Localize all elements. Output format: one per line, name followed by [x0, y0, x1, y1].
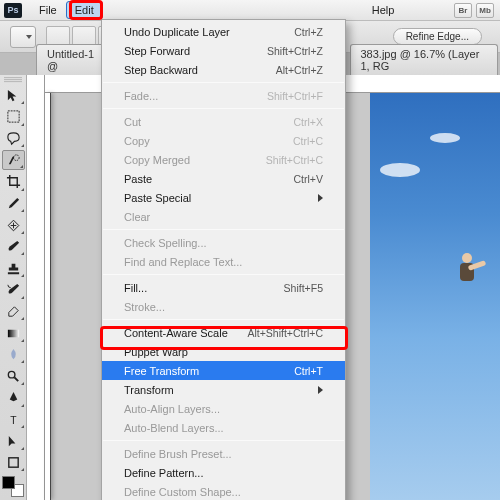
- menu-item-define-brush-preset: Define Brush Preset...: [102, 444, 345, 463]
- menu-item-undo-duplicate-layer[interactable]: Undo Duplicate LayerCtrl+Z: [102, 22, 345, 41]
- menu-item-step-forward[interactable]: Step ForwardShift+Ctrl+Z: [102, 41, 345, 60]
- app-icon: Ps: [4, 3, 22, 18]
- menu-item-free-transform[interactable]: Free TransformCtrl+T: [102, 361, 345, 380]
- svg-point-1: [14, 155, 20, 161]
- menu-item-label: Check Spelling...: [124, 237, 323, 249]
- blur-tool[interactable]: [2, 345, 25, 365]
- brush-tool[interactable]: [2, 237, 25, 257]
- menu-item-shortcut: Shift+Ctrl+C: [266, 154, 323, 166]
- path-select-tool[interactable]: [2, 431, 25, 451]
- toolbox-grip[interactable]: [4, 77, 22, 83]
- lasso-tool[interactable]: [2, 129, 25, 149]
- menu-item-paste[interactable]: PasteCtrl+V: [102, 169, 345, 188]
- menu-item-label: Undo Duplicate Layer: [124, 26, 294, 38]
- menu-item-find-and-replace-text: Find and Replace Text...: [102, 252, 345, 271]
- submenu-arrow-icon: [318, 194, 323, 202]
- eraser-tool[interactable]: [2, 302, 25, 322]
- menu-item-puppet-warp[interactable]: Puppet Warp: [102, 342, 345, 361]
- menu-item-auto-align-layers: Auto-Align Layers...: [102, 399, 345, 418]
- menu-item-fill[interactable]: Fill...Shift+F5: [102, 278, 345, 297]
- menu-item-label: Free Transform: [124, 365, 294, 377]
- menu-item-label: Define Custom Shape...: [124, 486, 323, 498]
- menu-separator: [103, 82, 344, 83]
- menu-item-copy: CopyCtrl+C: [102, 131, 345, 150]
- bridge-chip[interactable]: Br: [454, 3, 472, 18]
- menu-item-label: Paste Special: [124, 192, 312, 204]
- menu-item-shortcut: Shift+Ctrl+Z: [267, 45, 323, 57]
- menu-item-paste-special[interactable]: Paste Special: [102, 188, 345, 207]
- svg-rect-7: [9, 458, 18, 467]
- menu-separator: [103, 319, 344, 320]
- menu-file[interactable]: File: [30, 1, 66, 19]
- menu-item-label: Step Forward: [124, 45, 267, 57]
- menu-item-shortcut: Alt+Shift+Ctrl+C: [247, 327, 323, 339]
- tab-image-383[interactable]: 383.jpg @ 16.7% (Layer 1, RG: [350, 44, 499, 75]
- menu-item-copy-merged: Copy MergedShift+Ctrl+C: [102, 150, 345, 169]
- menu-item-label: Step Backward: [124, 64, 276, 76]
- move-tool[interactable]: [2, 86, 25, 106]
- menubar: Ps File Edit Help Br Mb: [0, 0, 500, 21]
- menu-item-label: Transform: [124, 384, 312, 396]
- menu-item-shortcut: Ctrl+V: [294, 173, 323, 185]
- marquee-tool[interactable]: [2, 107, 25, 127]
- menu-item-shortcut: Shift+F5: [284, 282, 323, 294]
- dodge-tool[interactable]: [2, 366, 25, 386]
- menu-item-fade: Fade...Shift+Ctrl+F: [102, 86, 345, 105]
- toolbox: T: [0, 75, 27, 500]
- tab-label: 383.jpg @ 16.7% (Layer 1, RG: [361, 48, 488, 72]
- menu-help[interactable]: Help: [363, 1, 404, 19]
- menu-item-label: Cut: [124, 116, 294, 128]
- tool-preset-picker[interactable]: [10, 26, 36, 48]
- menu-edit[interactable]: Edit: [66, 1, 103, 19]
- svg-rect-0: [8, 111, 19, 122]
- menu-item-auto-blend-layers: Auto-Blend Layers...: [102, 418, 345, 437]
- eyedropper-tool[interactable]: [2, 194, 25, 214]
- menu-item-stroke: Stroke...: [102, 297, 345, 316]
- menu-item-define-custom-shape: Define Custom Shape...: [102, 482, 345, 500]
- quick-select-tool[interactable]: [2, 150, 25, 170]
- edit-menu-dropdown: Undo Duplicate LayerCtrl+ZStep ForwardSh…: [101, 19, 346, 500]
- tab-label: Untitled-1 @: [47, 48, 99, 72]
- menu-item-label: Auto-Blend Layers...: [124, 422, 323, 434]
- minibridge-chip[interactable]: Mb: [476, 3, 494, 18]
- menu-item-label: Fill...: [124, 282, 284, 294]
- history-brush-tool[interactable]: [2, 280, 25, 300]
- svg-line-5: [14, 377, 18, 381]
- svg-rect-3: [8, 329, 19, 337]
- pen-tool[interactable]: [2, 388, 25, 408]
- image-preview[interactable]: [370, 93, 500, 500]
- menu-item-step-backward[interactable]: Step BackwardAlt+Ctrl+Z: [102, 60, 345, 79]
- menu-item-label: Clear: [124, 211, 323, 223]
- menu-item-label: Paste: [124, 173, 294, 185]
- menu-item-label: Fade...: [124, 90, 267, 102]
- menu-item-label: Auto-Align Layers...: [124, 403, 323, 415]
- refine-edge-button[interactable]: Refine Edge...: [393, 28, 482, 45]
- menu-item-label: Puppet Warp: [124, 346, 323, 358]
- svg-text:T: T: [10, 415, 17, 426]
- menu-item-shortcut: Alt+Ctrl+Z: [276, 64, 323, 76]
- menu-item-label: Define Brush Preset...: [124, 448, 323, 460]
- crop-tool[interactable]: [2, 172, 25, 192]
- shape-tool[interactable]: [2, 453, 25, 473]
- gradient-tool[interactable]: [2, 323, 25, 343]
- stamp-tool[interactable]: [2, 258, 25, 278]
- menu-item-label: Content-Aware Scale: [124, 327, 247, 339]
- menu-item-label: Copy Merged: [124, 154, 266, 166]
- menu-separator: [103, 274, 344, 275]
- menu-separator: [103, 108, 344, 109]
- healing-tool[interactable]: [2, 215, 25, 235]
- svg-point-4: [8, 371, 15, 378]
- menu-item-define-pattern[interactable]: Define Pattern...: [102, 463, 345, 482]
- menu-item-check-spelling: Check Spelling...: [102, 233, 345, 252]
- menu-item-label: Stroke...: [124, 301, 323, 313]
- menu-item-transform[interactable]: Transform: [102, 380, 345, 399]
- menu-item-label: Define Pattern...: [124, 467, 323, 479]
- vertical-ruler: [27, 75, 45, 500]
- submenu-arrow-icon: [318, 386, 323, 394]
- menu-item-content-aware-scale[interactable]: Content-Aware ScaleAlt+Shift+Ctrl+C: [102, 323, 345, 342]
- menu-item-shortcut: Ctrl+T: [294, 365, 323, 377]
- menu-separator: [103, 440, 344, 441]
- foreground-background-swatch[interactable]: [2, 476, 24, 497]
- tab-untitled-1[interactable]: Untitled-1 @: [36, 44, 110, 75]
- type-tool[interactable]: T: [2, 410, 25, 430]
